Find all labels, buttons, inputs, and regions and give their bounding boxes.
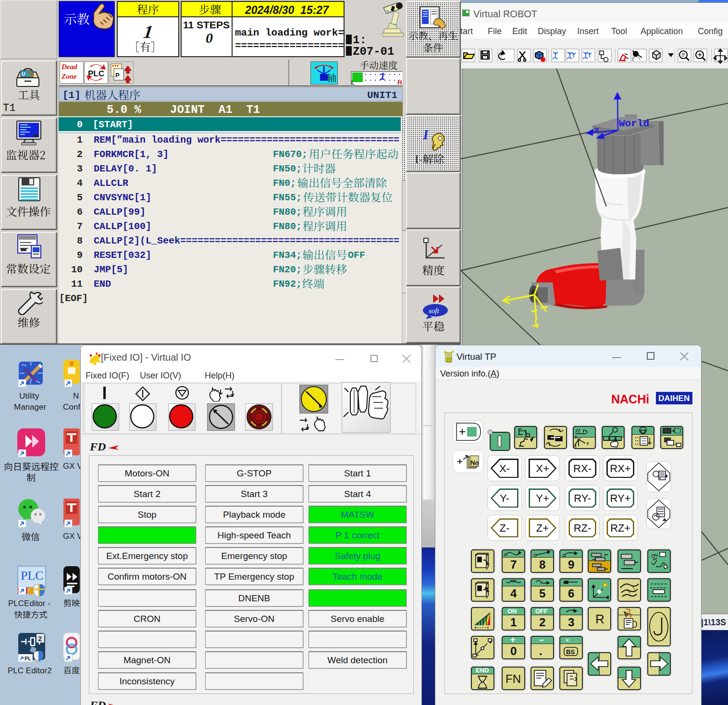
svg-text:Z-: Z-	[500, 522, 510, 534]
svg-text:No: No	[470, 459, 479, 466]
svg-text:RY-: RY-	[574, 492, 591, 504]
svg-text:I: I	[423, 126, 429, 142]
svg-text:RY+: RY+	[610, 492, 630, 504]
svg-text:PLC: PLC	[21, 569, 44, 583]
svg-text:U: U	[22, 72, 25, 77]
svg-text:Z+: Z+	[536, 522, 549, 534]
svg-text:X-: X-	[499, 462, 510, 474]
svg-text:X+: X+	[536, 462, 549, 474]
svg-text:X: X	[574, 444, 577, 449]
svg-text:PLC: PLC	[88, 69, 104, 78]
svg-text:2: 2	[38, 634, 42, 643]
svg-text:BS: BS	[566, 648, 575, 656]
svg-text:RZ-: RZ-	[574, 522, 592, 534]
svg-text:RX-: RX-	[573, 462, 592, 474]
svg-text:z: z	[575, 435, 577, 439]
svg-text:soft: soft	[429, 307, 440, 315]
svg-text:Y+: Y+	[536, 492, 549, 504]
svg-text:RZ+: RZ+	[610, 522, 630, 534]
svg-text:RX+: RX+	[610, 462, 630, 474]
svg-text:Y-: Y-	[500, 492, 509, 504]
svg-text:PL: PL	[25, 656, 31, 661]
svg-text:P: P	[115, 72, 120, 79]
svg-text:✕:: ✕:	[565, 637, 571, 643]
svg-text:Y: Y	[586, 441, 589, 446]
